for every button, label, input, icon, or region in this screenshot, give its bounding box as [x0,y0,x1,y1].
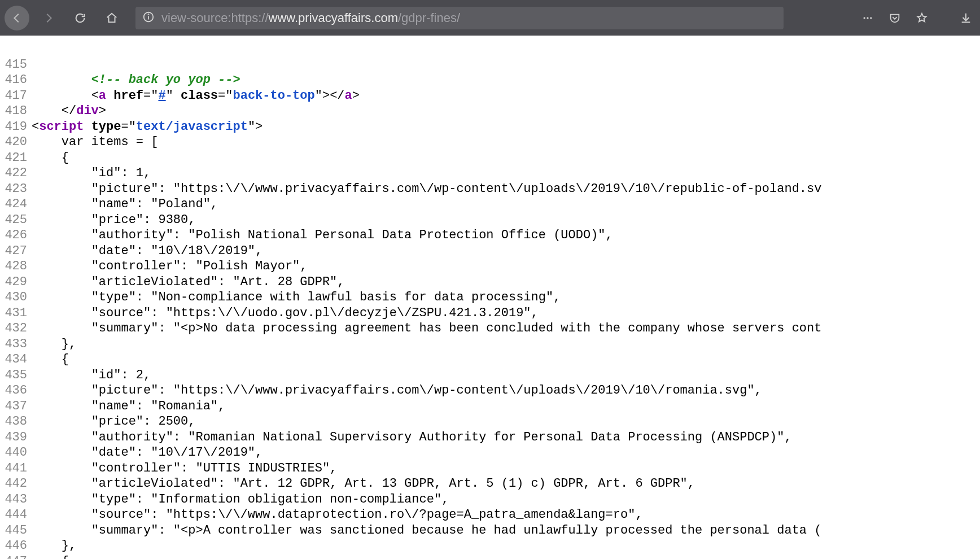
source-line: 425 "price": 9380, [0,212,980,228]
source-line: 443 "type": "Information obligation non-… [0,492,980,508]
url-host: www.privacyaffairs.com [269,11,398,25]
source-line: 420 var items = [ [0,134,980,150]
line-code: "date": "10\/18\/2019", [32,243,980,259]
line-code [32,57,980,73]
line-number: 420 [0,134,32,150]
line-number: 434 [0,352,32,368]
bookmark-star-icon[interactable] [912,8,931,28]
line-number: 429 [0,274,32,290]
more-icon[interactable] [858,8,877,28]
source-line: 437 "name": "Romania", [0,399,980,414]
source-line: 427 "date": "10\/18\/2019", [0,243,980,259]
line-code: { [32,554,980,560]
url-text: view-source:https://www.privacyaffairs.c… [161,11,460,25]
line-code: "articleViolated": "Art. 28 GDPR", [32,274,980,290]
line-code: "authority": "Romanian National Supervis… [32,430,980,446]
line-number: 440 [0,445,32,461]
line-number: 424 [0,196,32,212]
line-number: 422 [0,165,32,181]
source-line: 436 "picture": "https:\/\/www.privacyaff… [0,383,980,399]
source-line: 434 { [0,352,980,368]
source-line: 417 <a href="#" class="back-to-top"></a> [0,88,980,104]
svg-point-2 [148,14,148,14]
line-code: "type": "Non-compliance with lawful basi… [32,290,980,305]
source-line: 439 "authority": "Romanian National Supe… [0,430,980,446]
browser-toolbar: view-source:https://www.privacyaffairs.c… [0,0,980,36]
line-number: 445 [0,523,32,539]
line-number: 415 [0,57,32,73]
source-line: 431 "source": "https:\/\/uodo.gov.pl\/de… [0,305,980,321]
line-code: "picture": "https:\/\/www.privacyaffairs… [32,181,980,197]
line-number: 443 [0,492,32,508]
line-number: 430 [0,290,32,305]
line-number: 438 [0,414,32,430]
line-number: 437 [0,399,32,414]
url-bar[interactable]: view-source:https://www.privacyaffairs.c… [135,7,784,29]
source-line: 424 "name": "Poland", [0,196,980,212]
source-line: 447 { [0,554,980,560]
source-line: 426 "authority": "Polish National Person… [0,228,980,243]
line-code: "id": 1, [32,165,980,181]
line-code: "type": "Information obligation non-comp… [32,492,980,508]
line-number: 417 [0,88,32,104]
line-code: { [32,150,980,166]
line-code: "articleViolated": "Art. 12 GDPR, Art. 1… [32,476,980,492]
pocket-icon[interactable] [885,8,904,28]
source-line: 445 "summary": "<p>A controller was sanc… [0,523,980,539]
home-button[interactable] [99,6,124,30]
source-line: 428 "controller": "Polish Mayor", [0,259,980,274]
svg-point-5 [870,17,872,19]
line-code: <!-- back yo yop --> [32,72,980,88]
line-code: <a href="#" class="back-to-top"></a> [32,88,980,104]
downloads-icon[interactable] [956,8,975,28]
line-number: 432 [0,321,32,337]
source-line: 432 "summary": "<p>No data processing ag… [0,321,980,337]
forward-button[interactable] [36,6,61,30]
line-code: }, [32,337,980,352]
line-code: }, [32,538,980,554]
line-code: "source": "https:\/\/uodo.gov.pl\/decyzj… [32,305,980,321]
line-code: "summary": "<p>A controller was sanction… [32,523,980,539]
back-button[interactable] [5,6,29,30]
source-line: 430 "type": "Non-compliance with lawful … [0,290,980,305]
line-code: "source": "https:\/\/www.dataprotection.… [32,507,980,523]
line-number: 419 [0,119,32,135]
line-code: { [32,352,980,368]
source-view[interactable]: 415 416 <!-- back yo yop -->417 <a href=… [0,36,980,559]
info-icon[interactable] [142,11,155,25]
line-number: 418 [0,103,32,119]
line-code: "name": "Romania", [32,399,980,414]
svg-point-4 [867,17,868,19]
line-number: 428 [0,259,32,274]
line-code: "price": 2500, [32,414,980,430]
source-line: 422 "id": 1, [0,165,980,181]
line-code: "controller": "UTTIS INDUSTRIES", [32,461,980,477]
line-code: </div> [32,103,980,119]
source-line: 415 [0,57,980,73]
source-line: 421 { [0,150,980,166]
line-number: 441 [0,461,32,477]
url-prefix: view-source: [161,11,231,25]
toolbar-right [858,8,975,28]
reload-button[interactable] [68,6,93,30]
line-code: "date": "10\/17\/2019", [32,445,980,461]
source-line: 442 "articleViolated": "Art. 12 GDPR, Ar… [0,476,980,492]
source-line: 429 "articleViolated": "Art. 28 GDPR", [0,274,980,290]
line-code: var items = [ [32,134,980,150]
line-code: "authority": "Polish National Personal D… [32,228,980,243]
source-line: 435 "id": 2, [0,368,980,383]
line-number: 423 [0,181,32,197]
line-number: 444 [0,507,32,523]
url-scheme: https:// [231,11,268,25]
line-number: 421 [0,150,32,166]
line-code: "controller": "Polish Mayor", [32,259,980,274]
svg-point-3 [864,17,865,19]
line-number: 416 [0,72,32,88]
source-line: 418 </div> [0,103,980,119]
line-code: "picture": "https:\/\/www.privacyaffairs… [32,383,980,399]
line-code: <script type="text/javascript"> [32,119,980,135]
source-line: 438 "price": 2500, [0,414,980,430]
line-number: 439 [0,430,32,446]
source-line: 433 }, [0,337,980,352]
line-number: 446 [0,538,32,554]
